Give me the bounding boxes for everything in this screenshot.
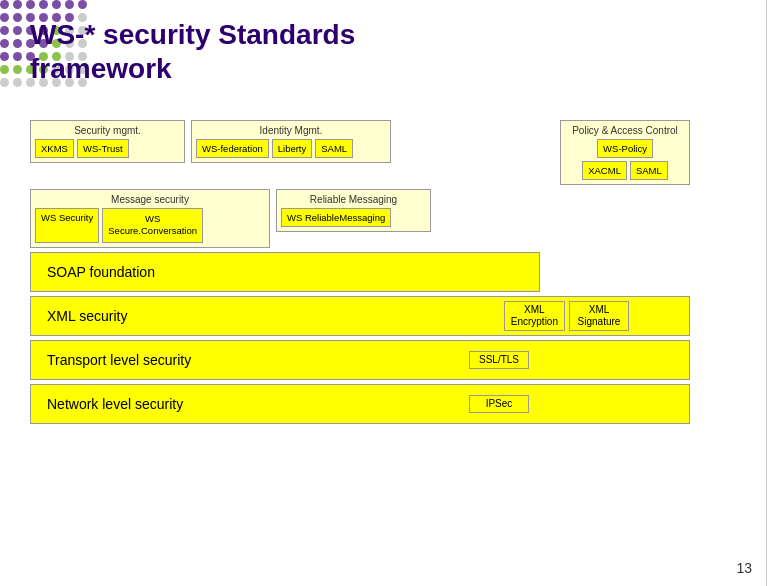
dot: [0, 52, 9, 61]
dot: [0, 0, 9, 9]
dot: [13, 52, 22, 61]
security-mgmt-label: Security mgmt.: [35, 125, 180, 136]
network-security-bar: Network level security IPSec: [30, 384, 690, 424]
xml-encryption-badge: XMLEncryption: [504, 301, 565, 331]
saml-box-top: SAML: [315, 139, 353, 158]
dot: [0, 26, 9, 35]
soap-foundation-bar: SOAP foundation: [30, 252, 540, 292]
identity-mgmt-label: Identity Mgmt.: [196, 125, 386, 136]
wsreliablemessaging-box: WS ReliableMessaging: [281, 208, 391, 227]
page-number: 13: [736, 560, 752, 576]
xml-signature-badge: XMLSignature: [569, 301, 629, 331]
ipsec-badge: IPSec: [469, 395, 529, 413]
dot: [26, 0, 35, 9]
security-mgmt-block: Security mgmt. XKMS WS-Trust: [30, 120, 185, 163]
dot: [65, 0, 74, 9]
wssecureconversation-box: WSSecure.Conversation: [102, 208, 203, 243]
dot: [39, 0, 48, 9]
message-security-label: Message security: [35, 194, 265, 205]
network-security-label: Network level security: [47, 396, 183, 412]
saml-box-policy: SAML: [630, 161, 668, 180]
message-security-block: Message security WS Security WSSecure.Co…: [30, 189, 270, 248]
transport-security-label: Transport level security: [47, 352, 191, 368]
dot: [0, 39, 9, 48]
transport-security-bar: Transport level security SSL/TLS: [30, 340, 690, 380]
ssltls-badge: SSL/TLS: [469, 351, 529, 369]
reliable-messaging-block: Reliable Messaging WS ReliableMessaging: [276, 189, 431, 232]
wsfederation-box: WS-federation: [196, 139, 269, 158]
dot: [13, 26, 22, 35]
policy-access-label: Policy & Access Control: [565, 125, 685, 136]
dot: [13, 65, 22, 74]
xml-security-bar: XML security XMLEncryption XMLSignature: [30, 296, 690, 336]
dot: [52, 0, 61, 9]
dot: [13, 39, 22, 48]
dot: [78, 0, 87, 9]
xacml-box: XACML: [582, 161, 627, 180]
dot: [13, 0, 22, 9]
liberty-box: Liberty: [272, 139, 313, 158]
dot: [13, 13, 22, 22]
dot: [0, 78, 9, 87]
policy-access-block: Policy & Access Control WS-Policy XACML …: [560, 120, 690, 185]
xml-security-label: XML security: [47, 308, 127, 324]
identity-mgmt-block: Identity Mgmt. WS-federation Liberty SAM…: [191, 120, 391, 163]
dot: [13, 78, 22, 87]
wspolicy-box: WS-Policy: [597, 139, 653, 158]
wstrust-box: WS-Trust: [77, 139, 129, 158]
diagram: Security mgmt. XKMS WS-Trust Identity Mg…: [30, 120, 690, 428]
dot: [0, 13, 9, 22]
reliable-messaging-label: Reliable Messaging: [281, 194, 426, 205]
page-title: WS-* security Standards framework: [30, 18, 355, 85]
xkms-box: XKMS: [35, 139, 74, 158]
wssecurity-box: WS Security: [35, 208, 99, 243]
dot: [0, 65, 9, 74]
